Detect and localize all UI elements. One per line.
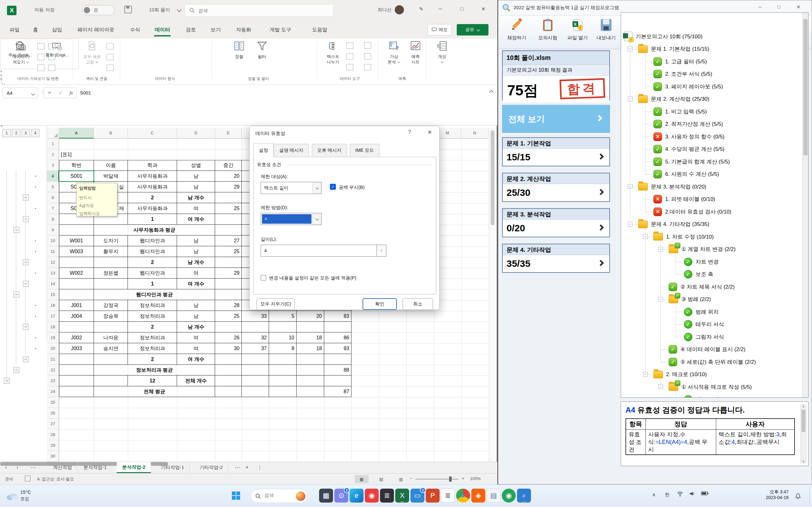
row-header-14[interactable]: 14 bbox=[47, 279, 59, 289]
grader-minimize-button[interactable]: ─ bbox=[758, 4, 762, 9]
ribbon-tab-자동화[interactable]: 자동화 bbox=[235, 25, 252, 35]
dialog-tab-IME 모드[interactable]: IME 모드 bbox=[350, 144, 379, 157]
tree-item[interactable]: ✕3. 사용자 정의 함수 (0/5) bbox=[653, 131, 724, 142]
autosave-toggle[interactable]: 끔 bbox=[82, 5, 115, 15]
ribbon-tab-수식[interactable]: 수식 bbox=[130, 25, 141, 35]
query-connection-icon[interactable] bbox=[107, 65, 113, 71]
ribbon-tab-페이지 레이아웃[interactable]: 페이지 레이아웃 bbox=[77, 25, 115, 35]
cell-I17[interactable]: 83 bbox=[324, 311, 351, 322]
cell-D5[interactable]: 남 bbox=[177, 181, 215, 192]
row-header-25[interactable]: 25 bbox=[47, 397, 59, 408]
scroll-down-icon[interactable]: ∨ bbox=[801, 459, 806, 463]
cell-C13[interactable]: 웹디자인과 bbox=[128, 268, 177, 279]
zoom-out-button[interactable]: − bbox=[410, 476, 412, 481]
cancel-button[interactable]: 취소 bbox=[403, 298, 433, 310]
cell-E20[interactable]: 30 bbox=[215, 343, 242, 354]
grading-app-icon[interactable]: ⌕ bbox=[517, 489, 531, 503]
outline-collapse-button[interactable]: − bbox=[23, 194, 29, 201]
outline-collapse-button[interactable]: − bbox=[13, 367, 19, 373]
tree-item[interactable]: ✓⑤ 세로(값) 축 단위 레이블 (2/2) bbox=[669, 356, 756, 367]
zoom-slider-thumb[interactable] bbox=[449, 476, 452, 482]
cell-E5[interactable]: 29 bbox=[215, 181, 242, 192]
media-player-icon[interactable]: ◉ bbox=[365, 489, 379, 503]
tree-expander-icon[interactable]: − bbox=[628, 47, 632, 51]
row-header-28[interactable]: 28 bbox=[47, 429, 59, 440]
cell-B15[interactable]: 웹디자인과 평균 bbox=[94, 289, 215, 300]
cell-D6[interactable]: 남 개수 bbox=[177, 192, 215, 203]
cell-B11[interactable]: 황무지 bbox=[94, 246, 128, 257]
problem-card-1[interactable]: 문제 1. 기본작업15/15 bbox=[502, 137, 610, 166]
sheet-tab-기타작업-2[interactable]: 기타작업-2 bbox=[194, 462, 229, 473]
cell-D4[interactable]: 남 bbox=[177, 171, 215, 181]
tree-expander-icon[interactable]: − bbox=[658, 297, 663, 302]
column-header-N[interactable]: N bbox=[461, 128, 489, 138]
scroll-up-icon[interactable]: ∧ bbox=[801, 405, 806, 408]
text-to-columns-button[interactable]: 텍스트나누기 bbox=[321, 41, 345, 65]
notification-bell-icon[interactable] bbox=[795, 493, 801, 499]
toolbar-button-모의시험[interactable]: 모의시험 bbox=[535, 18, 561, 41]
battery-icon[interactable] bbox=[701, 491, 709, 497]
tree-item[interactable]: ✓② 차트 제목 서식 (2/2) bbox=[669, 281, 734, 292]
scrollbar-thumb[interactable] bbox=[803, 19, 808, 155]
toolbar-button-채점하기[interactable]: 채점하기 bbox=[503, 18, 530, 41]
tree-item[interactable]: ✓① 서식적용 매크로 작성 (5/5) bbox=[669, 382, 752, 392]
problem-card-3[interactable]: 문제 3. 분석작업0/20 bbox=[502, 208, 610, 237]
cell-D10[interactable]: 남 bbox=[177, 235, 215, 246]
sheet-nav-left-icon[interactable]: ‹ bbox=[5, 464, 7, 470]
fill-handle[interactable] bbox=[93, 180, 95, 182]
cell-C18[interactable]: 2 bbox=[128, 322, 177, 332]
cell-E16[interactable]: 28 bbox=[215, 300, 242, 311]
ribbon-tab-파일[interactable]: 파일 bbox=[9, 25, 20, 35]
problem-card-4[interactable]: 문제 4. 기타작업35/35 bbox=[502, 244, 610, 273]
combo-arrow-icon[interactable] bbox=[312, 213, 321, 225]
cell-C7[interactable]: 사무자동화과 bbox=[128, 203, 177, 214]
detail-scrollbar[interactable]: ∧ ∨ bbox=[801, 404, 806, 463]
cell-E17[interactable]: 25 bbox=[215, 311, 242, 322]
sort-button[interactable]: 정렬 bbox=[227, 41, 251, 59]
tree-item[interactable]: ✕2.데이터 유효성 검사 (0/10) bbox=[653, 206, 731, 217]
tree-item[interactable]: 문제 2. 계산작업 (25/30) bbox=[638, 94, 709, 105]
cell-G17[interactable]: 5 bbox=[269, 311, 297, 322]
cell-A11[interactable]: W003 bbox=[59, 246, 94, 257]
grid-vertical-scrollbar[interactable] bbox=[490, 128, 496, 462]
tree-item[interactable]: 2. 매크로 (10/10) bbox=[653, 369, 707, 380]
notepad-icon[interactable]: ▤ bbox=[487, 489, 501, 503]
language-indicator[interactable]: 한 bbox=[665, 492, 670, 498]
cell-A3[interactable]: 학번 bbox=[59, 160, 94, 171]
sheet-tab-계산작업[interactable]: 계산작업 bbox=[48, 462, 78, 473]
row-header-7[interactable]: 7 bbox=[47, 203, 59, 214]
tree-item[interactable]: 기본모의고사 10회 (75/100) bbox=[624, 31, 703, 42]
scrollbar-thumb[interactable] bbox=[491, 130, 495, 225]
cell-C20[interactable]: 정보처리과 bbox=[128, 343, 177, 354]
column-header-D[interactable]: D bbox=[177, 128, 215, 138]
tree-item[interactable]: ✓③ 범례 (2/2) bbox=[669, 294, 711, 305]
cell-C21[interactable]: 2 bbox=[128, 354, 177, 365]
sheet-list-icon[interactable]: ⋯ bbox=[31, 464, 36, 471]
monitor-app-icon[interactable]: ▭2 bbox=[410, 489, 424, 503]
apply-all-checkbox[interactable] bbox=[261, 275, 266, 280]
cell-A17[interactable]: J004 bbox=[59, 311, 94, 322]
cell-D19[interactable]: 여 bbox=[177, 332, 215, 343]
tree-expander-icon[interactable]: − bbox=[628, 222, 632, 227]
taskbar-search-input[interactable] bbox=[264, 493, 292, 498]
tree-item[interactable]: ✓그림자 서식 bbox=[684, 331, 724, 342]
cell-H20[interactable]: 18 bbox=[297, 343, 324, 354]
ribbon-tab-보기[interactable]: 보기 bbox=[210, 25, 221, 35]
cell-D17[interactable]: 남 bbox=[177, 311, 215, 322]
outline-collapse-button[interactable]: − bbox=[23, 216, 29, 222]
tree-item[interactable]: 문제 4. 기타작업 (35/35) bbox=[638, 219, 709, 230]
maximize-button[interactable]: □ bbox=[452, 0, 472, 18]
row-header-18[interactable]: 18 bbox=[47, 322, 59, 332]
column-header-E[interactable]: E bbox=[215, 128, 242, 138]
collapse-range-icon[interactable]: ↑ bbox=[377, 245, 386, 257]
cell-A2[interactable]: [표1] bbox=[59, 149, 94, 160]
outline-level-button-3[interactable]: 3 bbox=[21, 129, 30, 137]
excel-search-box[interactable] bbox=[185, 4, 334, 17]
cell-D11[interactable]: 남 bbox=[177, 246, 215, 257]
dark-notes-icon[interactable]: ≣ bbox=[380, 489, 394, 503]
cell-F19[interactable]: 32 bbox=[242, 332, 269, 343]
data-tool-icon[interactable] bbox=[364, 53, 371, 60]
cell-D8[interactable]: 여 개수 bbox=[177, 214, 215, 225]
row-header-8[interactable]: 8 bbox=[47, 214, 59, 225]
row-header-13[interactable]: 13 bbox=[47, 268, 59, 279]
